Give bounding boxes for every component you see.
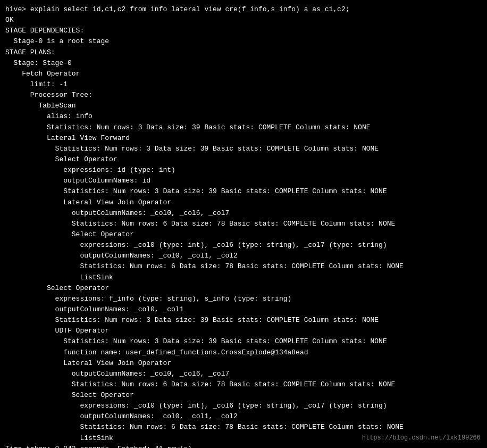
terminal-line: outputColumnNames: _col0, _col6, _col7: [5, 208, 482, 219]
terminal-line: Select Operator: [5, 229, 482, 240]
terminal-line: limit: -1: [5, 79, 482, 90]
terminal-line: outputColumnNames: _col0, _col1: [5, 304, 482, 315]
output-lines: hive> explain select id,c1,c2 from info …: [5, 4, 482, 448]
terminal-line: Statistics: Num rows: 6 Data size: 78 Ba…: [5, 379, 482, 390]
terminal-line: TableScan: [5, 101, 482, 111]
terminal-line: OK: [5, 15, 482, 26]
terminal-line: UDTF Operator: [5, 326, 482, 336]
watermark: https://blog.csdn.net/lxk199266: [362, 434, 481, 442]
terminal-line: function name: user_defined_functions.Cr…: [5, 347, 482, 358]
terminal-line: Lateral View Forward: [5, 133, 482, 144]
terminal-line: Time taken: 0.042 seconds, Fetched: 41 r…: [5, 444, 482, 448]
terminal-line: STAGE DEPENDENCIES:: [5, 26, 482, 36]
terminal: hive> explain select id,c1,c2 from info …: [0, 0, 487, 448]
terminal-line: Select Operator: [5, 283, 482, 294]
terminal-line: alias: info: [5, 111, 482, 122]
terminal-line: outputColumnNames: id: [5, 176, 482, 186]
terminal-line: expressions: id (type: int): [5, 165, 482, 176]
terminal-line: Statistics: Num rows: 6 Data size: 78 Ba…: [5, 422, 482, 433]
terminal-line: outputColumnNames: _col0, _col1, _col2: [5, 411, 482, 422]
terminal-line: Statistics: Num rows: 3 Data size: 39 Ba…: [5, 144, 482, 154]
terminal-line: ListSink: [5, 272, 482, 283]
terminal-line: Lateral View Join Operator: [5, 358, 482, 369]
terminal-line: Statistics: Num rows: 6 Data size: 78 Ba…: [5, 219, 482, 229]
terminal-line: expressions: _col0 (type: int), _col6 (t…: [5, 240, 482, 251]
terminal-line: Processor Tree:: [5, 90, 482, 101]
terminal-line: outputColumnNames: _col0, _col6, _col7: [5, 369, 482, 379]
terminal-line: hive> explain select id,c1,c2 from info …: [5, 4, 482, 15]
terminal-line: Statistics: Num rows: 3 Data size: 39 Ba…: [5, 315, 482, 326]
terminal-line: STAGE PLANS:: [5, 47, 482, 58]
terminal-line: Stage: Stage-0: [5, 58, 482, 69]
terminal-line: Statistics: Num rows: 3 Data size: 39 Ba…: [5, 336, 482, 347]
terminal-line: Stage-0 is a root stage: [5, 36, 482, 47]
terminal-line: expressions: f_info (type: string), s_in…: [5, 294, 482, 304]
terminal-line: expressions: _col0 (type: int), _col6 (t…: [5, 401, 482, 411]
terminal-line: Select Operator: [5, 154, 482, 165]
terminal-line: Statistics: Num rows: 6 Data size: 78 Ba…: [5, 261, 482, 272]
terminal-line: Fetch Operator: [5, 69, 482, 79]
terminal-line: Lateral View Join Operator: [5, 197, 482, 208]
terminal-line: Statistics: Num rows: 3 Data size: 39 Ba…: [5, 122, 482, 133]
terminal-line: outputColumnNames: _col0, _col1, _col2: [5, 251, 482, 261]
terminal-line: Statistics: Num rows: 3 Data size: 39 Ba…: [5, 186, 482, 197]
terminal-line: Select Operator: [5, 390, 482, 401]
